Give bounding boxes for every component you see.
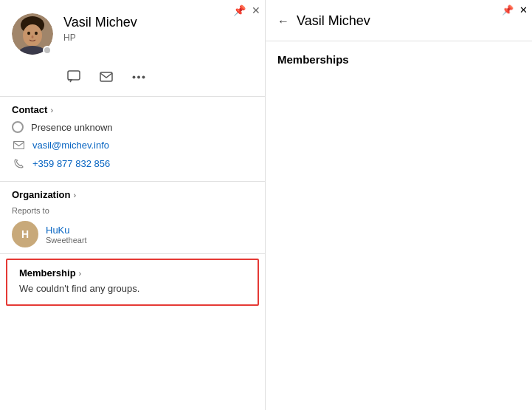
svg-point-4 bbox=[35, 32, 38, 35]
back-button[interactable]: ← bbox=[277, 15, 289, 28]
manager-name[interactable]: HuKu bbox=[46, 225, 87, 236]
svg-rect-8 bbox=[100, 72, 112, 81]
profile-info: Vasil Michev HP bbox=[63, 13, 253, 43]
pin-icon[interactable]: 📌 bbox=[233, 4, 246, 16]
email-icon[interactable] bbox=[96, 66, 117, 87]
svg-point-3 bbox=[27, 32, 30, 35]
presence-indicator bbox=[43, 46, 52, 55]
profile-org: HP bbox=[63, 33, 253, 43]
right-panel: 📌 ✕ ← Vasil Michev Memberships bbox=[266, 0, 532, 410]
divider-3 bbox=[0, 253, 265, 254]
svg-point-11 bbox=[142, 75, 145, 78]
right-pin-icon[interactable]: 📌 bbox=[502, 4, 514, 16]
email-contact-icon bbox=[12, 138, 25, 151]
membership-title: Membership bbox=[19, 267, 76, 279]
chat-icon[interactable] bbox=[63, 66, 84, 87]
svg-rect-7 bbox=[68, 71, 80, 80]
action-icons bbox=[0, 62, 265, 96]
phone-row: +359 877 832 856 bbox=[12, 157, 253, 170]
close-icon[interactable]: ✕ bbox=[252, 4, 260, 16]
right-header: ← Vasil Michev bbox=[266, 0, 532, 41]
phone-icon bbox=[12, 157, 25, 170]
presence-circle-icon bbox=[12, 121, 24, 133]
membership-section: Membership › We couldn't find any groups… bbox=[6, 259, 259, 306]
email-value[interactable]: vasil@michev.info bbox=[32, 140, 109, 151]
contact-section: Contact › Presence unknown vasil@michev.… bbox=[0, 97, 265, 181]
right-close-icon[interactable]: ✕ bbox=[519, 4, 528, 16]
right-panel-title: Vasil Michev bbox=[297, 13, 370, 29]
memberships-heading: Memberships bbox=[266, 41, 532, 78]
svg-point-5 bbox=[32, 35, 34, 38]
right-panel-controls: 📌 ✕ bbox=[502, 4, 528, 16]
email-row: vasil@michev.info bbox=[12, 138, 253, 151]
org-chevron: › bbox=[73, 191, 76, 199]
membership-section-header[interactable]: Membership › bbox=[19, 267, 246, 279]
organization-section: Organization › Reports to H HuKu Sweethe… bbox=[0, 182, 265, 253]
reports-to-label: Reports to bbox=[12, 206, 253, 215]
contact-title: Contact bbox=[12, 104, 47, 115]
presence-row: Presence unknown bbox=[12, 121, 253, 133]
left-panel-controls: 📌 ✕ bbox=[233, 4, 260, 16]
manager-avatar: H bbox=[12, 221, 38, 247]
more-options-icon[interactable] bbox=[128, 66, 149, 87]
profile-name: Vasil Michev bbox=[63, 15, 253, 30]
avatar bbox=[12, 13, 53, 55]
contact-section-header[interactable]: Contact › bbox=[12, 104, 253, 115]
manager-row: H HuKu Sweetheart bbox=[12, 221, 253, 247]
org-section-header[interactable]: Organization › bbox=[12, 189, 253, 200]
org-title: Organization bbox=[12, 189, 70, 200]
manager-title: Sweetheart bbox=[46, 236, 87, 245]
svg-point-10 bbox=[137, 75, 140, 78]
left-panel: 📌 ✕ bbox=[0, 0, 266, 410]
presence-label: Presence unknown bbox=[31, 122, 113, 133]
svg-rect-12 bbox=[13, 141, 24, 148]
contact-chevron: › bbox=[50, 106, 53, 115]
manager-info: HuKu Sweetheart bbox=[46, 225, 87, 245]
phone-value[interactable]: +359 877 832 856 bbox=[32, 158, 110, 169]
svg-point-9 bbox=[133, 75, 136, 78]
membership-chevron: › bbox=[79, 269, 82, 278]
profile-header: Vasil Michev HP bbox=[0, 0, 265, 62]
no-groups-text: We couldn't find any groups. bbox=[19, 283, 246, 294]
